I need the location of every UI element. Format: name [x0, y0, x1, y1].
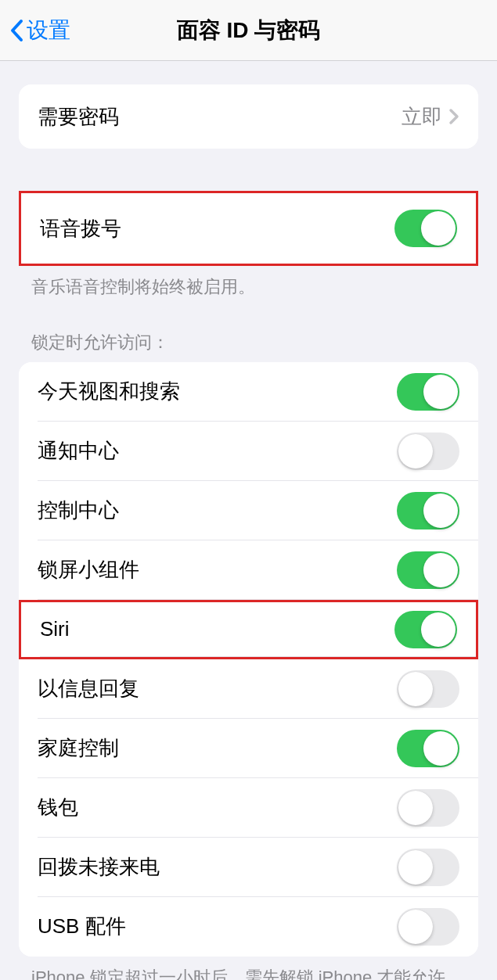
require-passcode-value: 立即 [402, 103, 442, 131]
voice-dial-toggle[interactable] [394, 210, 457, 247]
lock-access-toggle[interactable] [397, 849, 459, 886]
lock-access-label: 以信息回复 [38, 675, 139, 702]
lock-access-toggle[interactable] [397, 908, 459, 946]
lock-access-label: 通知中心 [38, 437, 119, 465]
lock-access-label: 家庭控制 [38, 734, 119, 762]
lock-access-header: 锁定时允许访问： [0, 331, 497, 362]
lock-access-row: 锁屏小组件 [19, 540, 478, 600]
require-passcode-label: 需要密码 [38, 103, 119, 131]
voice-dial-row: 语音拨号 [21, 193, 476, 264]
lock-access-toggle[interactable] [397, 492, 459, 529]
lock-access-label: 控制中心 [38, 497, 119, 524]
chevron-right-icon [448, 108, 459, 125]
lock-access-toggle[interactable] [397, 373, 459, 411]
lock-access-label: 回拨未接来电 [38, 853, 160, 881]
lock-access-group: 今天视图和搜索通知中心控制中心锁屏小组件Siri以信息回复家庭控制钱包回拨未接来… [19, 362, 478, 957]
nav-bar: 设置 面容 ID 与密码 [0, 0, 497, 61]
lock-access-toggle[interactable] [394, 611, 457, 648]
lock-access-row: USB 配件 [19, 897, 478, 957]
page-title: 面容 ID 与密码 [0, 16, 497, 45]
lock-access-toggle[interactable] [397, 789, 459, 827]
back-button[interactable]: 设置 [9, 16, 70, 45]
lock-access-row: Siri [19, 600, 478, 659]
lock-access-toggle[interactable] [397, 670, 459, 708]
require-passcode-group: 需要密码 立即 [19, 84, 478, 149]
lock-access-label: 钱包 [38, 794, 78, 821]
lock-access-row: 控制中心 [19, 481, 478, 540]
lock-access-row: 通知中心 [19, 422, 478, 481]
lock-access-label: Siri [40, 617, 70, 641]
voice-dial-caption: 音乐语音控制将始终被启用。 [0, 266, 497, 300]
lock-access-row: 以信息回复 [19, 659, 478, 719]
lock-access-footer: iPhone 锁定超过一小时后，需先解锁 iPhone 才能允许 USB 配件连… [0, 957, 497, 980]
lock-access-toggle[interactable] [397, 433, 459, 470]
lock-access-toggle[interactable] [397, 730, 459, 767]
voice-dial-group: 语音拨号 [19, 191, 478, 266]
voice-dial-label: 语音拨号 [40, 215, 121, 242]
lock-access-row: 回拨未接来电 [19, 838, 478, 897]
lock-access-row: 今天视图和搜索 [19, 362, 478, 422]
lock-access-label: 锁屏小组件 [38, 556, 139, 583]
chevron-left-icon [9, 19, 23, 42]
back-label: 设置 [27, 16, 70, 45]
lock-access-row: 钱包 [19, 778, 478, 838]
lock-access-label: 今天视图和搜索 [38, 378, 180, 405]
lock-access-label: USB 配件 [38, 913, 126, 940]
lock-access-toggle[interactable] [397, 551, 459, 589]
require-passcode-row[interactable]: 需要密码 立即 [19, 84, 478, 149]
lock-access-row: 家庭控制 [19, 719, 478, 778]
